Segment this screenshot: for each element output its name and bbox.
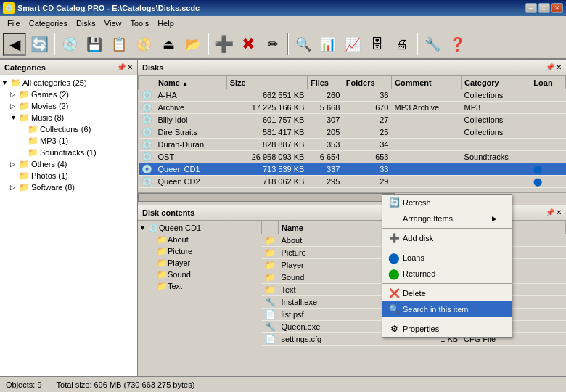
- col-files[interactable]: Files: [307, 76, 343, 89]
- cell-loan: [530, 89, 566, 102]
- cell-comment: [391, 89, 461, 102]
- col-icon[interactable]: [139, 76, 155, 89]
- tree-item-music[interactable]: ▼ 📁 Music (8): [1, 112, 136, 123]
- ctx-item-label: Add disk: [403, 234, 433, 242]
- catalog-button[interactable]: 🗄: [366, 33, 389, 56]
- ctx-item-loans[interactable]: ⬤Loans: [382, 250, 512, 266]
- col-size[interactable]: Size: [226, 76, 307, 89]
- ctx-item-icon: ⬤: [388, 268, 400, 279]
- add-button[interactable]: ➕: [212, 33, 235, 56]
- tree-item-queen-cd1[interactable]: ▼ 💿 Queen CD1: [139, 222, 259, 234]
- tree-item-player[interactable]: 📁 Player: [139, 257, 259, 269]
- col-folders[interactable]: Folders: [343, 76, 391, 89]
- menu-categories[interactable]: Categories: [25, 17, 72, 29]
- tree-item-about[interactable]: 📁 About: [139, 234, 259, 245]
- cell-folders: 29: [343, 176, 391, 188]
- menu-help[interactable]: Help: [153, 17, 179, 29]
- folder-button[interactable]: 📂: [181, 33, 205, 56]
- expand-icon[interactable]: ▼: [139, 224, 148, 232]
- col-name[interactable]: Name ▲: [155, 76, 227, 89]
- tree-item-mp3[interactable]: 📁 MP3 (1): [1, 135, 136, 147]
- ctx-item-arrange-items[interactable]: Arrange Items▶: [382, 211, 512, 226]
- menu-tools[interactable]: Tools: [126, 17, 153, 29]
- table-row[interactable]: 💿 A-HA 662 551 KB 260 36 Collections: [139, 89, 566, 102]
- report-button[interactable]: 📈: [341, 33, 364, 56]
- table-row[interactable]: 💿 Queen CD1 713 539 KB 337 33 ⬤: [139, 163, 566, 176]
- cell-icon: 🔧: [262, 296, 279, 309]
- disks-close[interactable]: ✕: [556, 63, 562, 71]
- tree-item-soundtracks[interactable]: 📁 Soundtracks (1): [1, 147, 136, 158]
- tree-item-software[interactable]: ▷ 📁 Software (8): [1, 181, 136, 193]
- close-button[interactable]: ✕: [551, 3, 563, 13]
- properties-button[interactable]: 📋: [107, 33, 131, 56]
- chart-button[interactable]: 📊: [316, 33, 340, 56]
- table-row[interactable]: 💿 Archive 17 225 166 KB 5 668 670 MP3 Ar…: [139, 102, 566, 114]
- ctx-item-add-disk[interactable]: ➕Add disk: [382, 230, 512, 246]
- disks-pin[interactable]: 📌: [546, 63, 554, 71]
- help-button[interactable]: ❓: [446, 33, 469, 56]
- status-bar: Objects: 9 Total size: 696 MB (730 663 2…: [0, 376, 566, 392]
- disks-controls: 📌 ✕: [546, 63, 562, 71]
- table-row[interactable]: 💿 Duran-Duran 828 887 KB 353 34: [139, 139, 566, 151]
- col-icon[interactable]: [262, 221, 279, 234]
- folder-icon: 📁: [19, 89, 30, 99]
- categories-close[interactable]: ✕: [127, 63, 133, 71]
- tree-item-picture[interactable]: 📁 Picture: [139, 245, 259, 257]
- cell-category: [462, 163, 530, 176]
- expand-icon[interactable]: ▷: [10, 184, 19, 191]
- ctx-item-returned[interactable]: ⬤Returned: [382, 266, 512, 282]
- menu-file[interactable]: File: [3, 17, 25, 29]
- folder-icon: 📁: [19, 113, 30, 123]
- tree-item-photos[interactable]: 📁 Photos (1): [1, 170, 136, 181]
- cell-icon: 💿: [139, 114, 155, 126]
- minimize-button[interactable]: ─: [525, 3, 537, 13]
- cell-category: Collections: [462, 89, 530, 102]
- save-button[interactable]: 💾: [83, 33, 106, 56]
- table-row[interactable]: 💿 OST 26 958 093 KB 6 654 653 Soundtrack…: [139, 151, 566, 163]
- table-row[interactable]: 💿 Dire Straits 581 417 KB 205 25 Collect…: [139, 126, 566, 139]
- ctx-item-icon: ⬤: [388, 252, 400, 264]
- expand-icon[interactable]: ▼: [10, 114, 19, 121]
- settings-button[interactable]: 🔧: [421, 33, 444, 56]
- categories-pin[interactable]: 📌: [117, 63, 126, 71]
- col-name[interactable]: Name: [279, 221, 387, 234]
- tree-item-all-categories[interactable]: ▼ 📁 All categories (25): [1, 77, 136, 89]
- search-button[interactable]: 🔍: [292, 33, 315, 56]
- disk-contents-pin[interactable]: 📌: [546, 208, 554, 216]
- cell-category: [462, 139, 530, 151]
- table-row[interactable]: 💿 Queen CD2 718 062 KB 295 29 ⬤: [139, 176, 566, 188]
- cd-scan-button[interactable]: 📀: [132, 33, 155, 56]
- tree-item-sound[interactable]: 📁 Sound: [139, 269, 259, 280]
- col-comment[interactable]: Comment: [391, 76, 461, 89]
- tree-item-movies[interactable]: ▷ 📁 Movies (2): [1, 100, 136, 112]
- eject-button[interactable]: ⏏: [157, 33, 180, 56]
- back-button[interactable]: ◀: [3, 33, 26, 56]
- disk-button[interactable]: 💿: [58, 33, 81, 56]
- col-category[interactable]: Category: [462, 76, 530, 89]
- cell-name: Sound: [279, 271, 387, 284]
- context-menu: 🔄RefreshArrange Items▶➕Add disk⬤Loans⬤Re…: [382, 194, 512, 338]
- tree-item-games[interactable]: ▷ 📁 Games (2): [1, 89, 136, 100]
- forward-button[interactable]: 🔄: [28, 33, 51, 56]
- maximize-button[interactable]: □: [538, 3, 550, 13]
- expand-icon[interactable]: ▷: [10, 102, 19, 110]
- ctx-item-delete[interactable]: ❌Delete: [382, 285, 512, 301]
- print-button[interactable]: 🖨: [390, 33, 414, 56]
- expand-icon[interactable]: ▼: [1, 79, 10, 86]
- tree-item-others[interactable]: ▷ 📁 Others (4): [1, 158, 136, 170]
- edit-button[interactable]: ✏: [261, 33, 284, 56]
- folder-icon: 📁: [157, 281, 168, 291]
- ctx-item-refresh[interactable]: 🔄Refresh: [382, 195, 512, 211]
- tree-item-collections[interactable]: 📁 Collections (6): [1, 123, 136, 135]
- menu-view[interactable]: View: [100, 17, 126, 29]
- delete-button[interactable]: ✖: [237, 33, 260, 56]
- ctx-item-properties[interactable]: ⚙Properties: [382, 321, 512, 337]
- col-loan[interactable]: Loan: [530, 76, 566, 89]
- menu-disks[interactable]: Disks: [72, 17, 100, 29]
- expand-icon[interactable]: ▷: [10, 91, 19, 98]
- expand-icon[interactable]: ▷: [10, 160, 19, 168]
- disk-contents-close[interactable]: ✕: [556, 208, 562, 216]
- ctx-item-search-in-this-item[interactable]: 🔍Search in this item: [382, 301, 512, 317]
- tree-item-text[interactable]: 📁 Text: [139, 280, 259, 292]
- table-row[interactable]: 💿 Billy Idol 601 757 KB 307 27 Collectio…: [139, 114, 566, 126]
